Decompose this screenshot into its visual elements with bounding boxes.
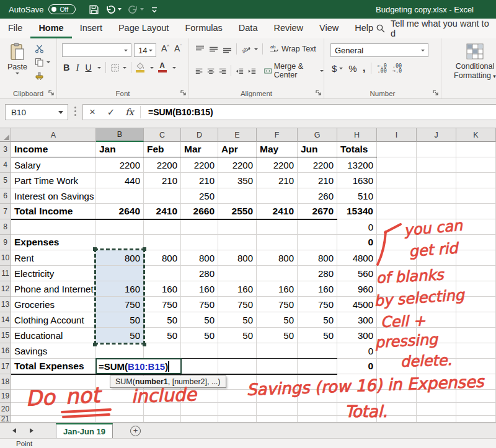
cell-F3[interactable]: May xyxy=(257,142,298,157)
cell-C9[interactable] xyxy=(144,235,181,250)
cell-G14[interactable]: 50 xyxy=(298,312,337,328)
align-left-icon[interactable] xyxy=(195,67,203,75)
cell-I19[interactable] xyxy=(377,390,417,403)
cancel-button[interactable]: × xyxy=(83,106,102,118)
cell-J6[interactable] xyxy=(417,188,456,204)
cell-J15[interactable] xyxy=(417,328,456,343)
cell-A20[interactable] xyxy=(11,403,96,416)
select-all-corner[interactable] xyxy=(0,128,11,142)
cell-B20[interactable] xyxy=(96,403,144,416)
redo-dropdown[interactable] xyxy=(140,8,144,11)
row-header-18[interactable]: 18 xyxy=(0,374,11,390)
column-header-G[interactable]: G xyxy=(298,128,337,142)
cell-D9[interactable] xyxy=(181,235,218,250)
cell-C4[interactable]: 2200 xyxy=(144,157,181,173)
cell-B15[interactable]: 50 xyxy=(96,328,144,343)
cell-C5[interactable]: 210 xyxy=(144,173,181,188)
percent-style-button[interactable]: % xyxy=(348,63,356,74)
next-sheet-icon[interactable] xyxy=(30,428,33,433)
cell-A10[interactable]: Rent xyxy=(11,250,96,266)
cell-F5[interactable]: 210 xyxy=(257,173,298,188)
cell-I11[interactable] xyxy=(377,266,417,281)
cell-D7[interactable]: 2660 xyxy=(181,204,218,219)
cell-K8[interactable] xyxy=(456,219,496,235)
cell-I17[interactable] xyxy=(377,359,417,374)
menu-tab-file[interactable]: File xyxy=(0,19,30,38)
cell-G18[interactable] xyxy=(298,374,337,390)
column-header-C[interactable]: C xyxy=(144,128,181,142)
wrap-text-button[interactable]: ab Wrap Text xyxy=(270,45,316,53)
cell-B3[interactable]: Jan xyxy=(96,142,144,157)
column-header-B[interactable]: B xyxy=(96,128,144,142)
cell-C10[interactable]: 800 xyxy=(144,250,181,266)
cell-D6[interactable]: 250 xyxy=(181,188,218,204)
cell-E3[interactable]: Apr xyxy=(218,142,257,157)
row-header-13[interactable]: 13 xyxy=(0,297,11,312)
name-box-dropdown[interactable] xyxy=(58,111,63,114)
cell-G17[interactable] xyxy=(298,359,337,374)
row-header-21[interactable]: 21 xyxy=(0,416,11,423)
cell-H10[interactable]: 4800 xyxy=(337,250,377,266)
cell-E6[interactable] xyxy=(218,188,257,204)
borders-dropdown[interactable] xyxy=(123,67,126,69)
decrease-decimal-button[interactable]: .00→.0 xyxy=(392,63,402,73)
cell-B16[interactable] xyxy=(96,343,144,359)
alignment-dialog-launcher[interactable] xyxy=(316,90,322,96)
cell-H5[interactable]: 1630 xyxy=(337,173,377,188)
borders-button[interactable] xyxy=(110,63,126,72)
cell-J13[interactable] xyxy=(417,297,456,312)
cell-D19[interactable] xyxy=(181,390,218,403)
cell-A17[interactable]: Total Expenses xyxy=(11,359,96,374)
cell-A4[interactable]: Salary xyxy=(11,157,96,173)
font-size-select[interactable]: 14 xyxy=(134,43,156,57)
increase-decimal-button[interactable]: ←.0.00 xyxy=(377,63,386,73)
cell-D3[interactable]: Mar xyxy=(181,142,218,157)
cell-I15[interactable] xyxy=(377,328,417,343)
cell-G9[interactable] xyxy=(298,235,337,250)
cell-E4[interactable]: 2200 xyxy=(218,157,257,173)
cell-I9[interactable] xyxy=(377,235,417,250)
cell-E9[interactable] xyxy=(218,235,257,250)
row-header-14[interactable]: 14 xyxy=(0,312,11,328)
cell-A13[interactable]: Groceries xyxy=(11,297,96,312)
autosave-toggle[interactable]: Off xyxy=(48,4,76,14)
cell-J17[interactable] xyxy=(417,359,456,374)
decrease-indent-icon[interactable] xyxy=(236,67,244,75)
cell-G8[interactable] xyxy=(298,219,337,235)
cell-E19[interactable] xyxy=(218,390,257,403)
row-header-9[interactable]: 9 xyxy=(0,235,11,250)
font-name-select[interactable] xyxy=(62,43,131,57)
underline-dropdown[interactable] xyxy=(97,67,101,69)
row-header-15[interactable]: 15 xyxy=(0,328,11,343)
customize-qat-button[interactable] xyxy=(148,4,161,15)
cell-G5[interactable]: 210 xyxy=(298,173,337,188)
cell-A15[interactable]: Educational xyxy=(11,328,96,343)
font-dialog-launcher[interactable] xyxy=(180,90,187,96)
cell-F17[interactable] xyxy=(257,359,298,374)
cell-H12[interactable]: 960 xyxy=(337,281,377,297)
italic-button[interactable]: I xyxy=(74,63,81,73)
cell-E13[interactable]: 750 xyxy=(218,297,257,312)
cell-H15[interactable]: 300 xyxy=(337,328,377,343)
orientation-button[interactable]: ab xyxy=(241,45,258,53)
column-header-E[interactable]: E xyxy=(218,128,257,142)
fill-color-dropdown[interactable] xyxy=(150,67,154,69)
redo-button[interactable] xyxy=(126,3,146,16)
accounting-format-dropdown[interactable] xyxy=(339,68,343,69)
cell-E20[interactable] xyxy=(218,403,257,416)
cell-C6[interactable] xyxy=(144,188,181,204)
cell-D14[interactable]: 50 xyxy=(181,312,218,328)
cell-E14[interactable]: 50 xyxy=(218,312,257,328)
number-dialog-launcher[interactable] xyxy=(433,90,439,96)
cell-K18[interactable] xyxy=(456,374,496,390)
menu-tab-view[interactable]: View xyxy=(311,19,347,38)
cell-B8[interactable] xyxy=(96,219,144,235)
cell-D16[interactable] xyxy=(181,343,218,359)
cell-D20[interactable] xyxy=(181,403,218,416)
column-header-F[interactable]: F xyxy=(257,128,298,142)
cell-E21[interactable] xyxy=(218,416,257,423)
add-sheet-icon[interactable]: + xyxy=(130,426,141,436)
cell-D13[interactable]: 750 xyxy=(181,297,218,312)
undo-button[interactable] xyxy=(104,3,123,16)
cell-E8[interactable] xyxy=(218,219,257,235)
